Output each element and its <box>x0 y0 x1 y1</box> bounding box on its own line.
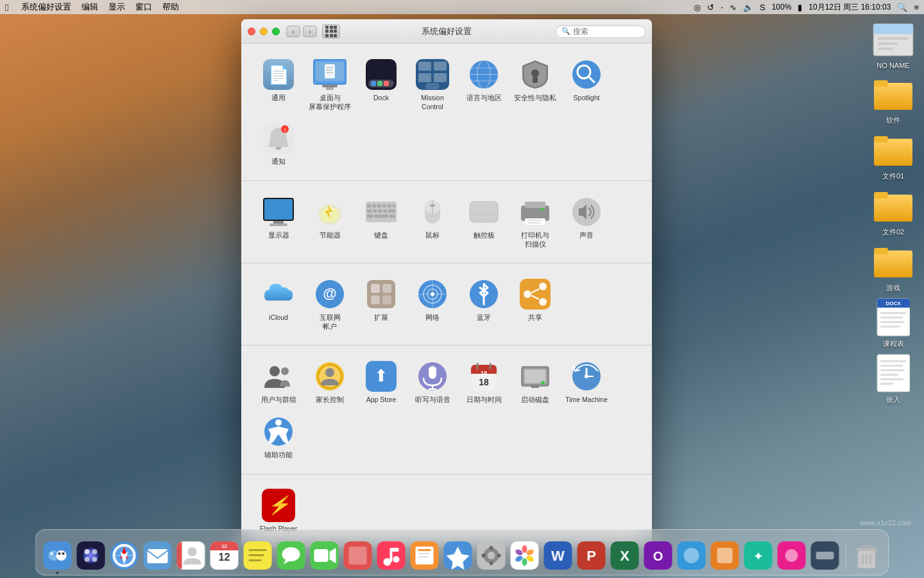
app-name-menu[interactable]: 系统偏好设置 <box>21 1 71 13</box>
help-menu[interactable]: 帮助 <box>162 1 179 13</box>
search-input[interactable] <box>573 27 637 36</box>
desktop-icon-file02[interactable]: 文件02 <box>868 185 919 237</box>
desktop-icon-embed[interactable]: 嵌入 <box>868 353 919 405</box>
pref-general[interactable]: 📄 通用 <box>254 54 303 115</box>
svg-rect-100 <box>527 222 540 223</box>
maximize-button[interactable] <box>272 28 280 35</box>
svg-rect-187 <box>314 549 329 562</box>
dock-notes[interactable] <box>243 540 273 571</box>
desktop-icon-games[interactable]: 游戏 <box>868 241 919 293</box>
minimize-button[interactable] <box>260 28 268 35</box>
pref-energy[interactable]: 节能器 <box>305 191 354 252</box>
dock-app7[interactable] <box>343 540 373 571</box>
dock-syspreferences[interactable] <box>476 540 507 571</box>
dock-ibooks[interactable] <box>409 540 440 571</box>
dock-calendar[interactable]: 12 12 <box>209 540 240 571</box>
dock-onenote[interactable]: O <box>643 540 674 571</box>
pref-desktop[interactable]: 桌面与屏幕保护程序 <box>305 54 354 115</box>
pref-printer[interactable]: 打印机与扫描仪 <box>511 191 560 252</box>
pref-internet[interactable]: @ 互联网帐户 <box>305 274 354 335</box>
pref-datetime[interactable]: 18 18 日期与时间 <box>459 356 508 408</box>
dock-photos[interactable] <box>509 540 540 571</box>
svg-text:✦: ✦ <box>753 549 764 563</box>
pref-security[interactable]: 安全性与隐私 <box>511 54 560 115</box>
time-machine-status-icon[interactable]: ↺ <box>707 3 714 12</box>
grid-view-button[interactable] <box>322 24 340 39</box>
display-menu[interactable]: 显示 <box>108 1 125 13</box>
dock-appstore2[interactable] <box>443 540 474 571</box>
spotlight-label: Spotlight <box>574 94 600 103</box>
pref-notifications[interactable]: ! 通知 <box>254 118 303 170</box>
desktop-icon-noname[interactable]: NO NAME <box>868 19 919 69</box>
svg-rect-233 <box>816 552 834 559</box>
dock-excel[interactable]: X <box>610 540 640 571</box>
desktop-icon-file01[interactable]: 文件01 <box>868 129 919 181</box>
edit-menu[interactable]: 编辑 <box>81 1 98 13</box>
dock-music[interactable] <box>376 540 407 571</box>
siri-icon[interactable]: ◎ <box>694 3 701 12</box>
pref-bluetooth[interactable]: 蓝牙 <box>459 274 508 335</box>
pref-mouse[interactable]: 鼠标 <box>408 191 457 252</box>
svg-rect-12 <box>874 195 912 222</box>
pref-spotlight[interactable]: Spotlight <box>562 54 611 115</box>
pref-keyboard[interactable]: 键盘 <box>357 191 406 252</box>
pref-icloud[interactable]: iCloud <box>254 274 303 335</box>
volume-icon[interactable]: 🔈 <box>743 3 753 12</box>
pref-network[interactable]: 网络 <box>408 274 457 335</box>
pref-parental[interactable]: 家长控制 <box>305 356 354 408</box>
bluetooth-label: 蓝牙 <box>477 313 491 322</box>
battery-icon: ▮ <box>798 3 802 12</box>
pref-dock[interactable]: Dock <box>357 54 406 115</box>
desktop-icon-software[interactable]: 软件 <box>868 73 919 125</box>
back-button[interactable]: ‹ <box>286 26 300 37</box>
dock-launchpad[interactable] <box>76 540 107 571</box>
pref-extensions[interactable]: 扩展 <box>357 274 406 335</box>
pref-users[interactable]: 用户与群组 <box>254 356 303 408</box>
pref-accessibility[interactable]: 辅助功能 <box>254 411 303 464</box>
dock-word[interactable]: W <box>543 540 574 571</box>
bluetooth-icon[interactable]: ⋅ <box>721 3 723 12</box>
timemachine-icon <box>570 360 603 393</box>
pref-sharing[interactable]: 共享 <box>511 274 560 335</box>
svg-rect-198 <box>418 549 431 551</box>
dock-app17[interactable] <box>776 540 807 571</box>
dock-finder[interactable] <box>42 540 73 571</box>
pref-dictation[interactable]: 听写与语音 <box>408 356 457 408</box>
dock-facetime[interactable] <box>309 540 340 571</box>
pref-startup[interactable]: 启动磁盘 <box>511 356 560 408</box>
pref-appstore[interactable]: ⬆ App Store <box>357 356 406 408</box>
dock-trash[interactable] <box>851 540 882 571</box>
svg-rect-81 <box>367 209 372 213</box>
pref-display[interactable]: 显示器 <box>254 191 303 252</box>
dock-app16[interactable]: ✦ <box>743 540 774 571</box>
dock-app15[interactable] <box>710 540 740 571</box>
dock-mail[interactable] <box>142 540 173 571</box>
apple-menu[interactable]:  <box>5 2 8 13</box>
window-menu[interactable]: 窗口 <box>135 1 152 13</box>
pref-sound[interactable]: 声音 <box>562 191 611 252</box>
mission-label: MissionControl <box>421 94 444 111</box>
svg-rect-99 <box>527 220 543 221</box>
pref-trackpad[interactable]: 触控板 <box>459 191 508 252</box>
pref-timemachine[interactable]: Time Machine <box>562 356 611 408</box>
search-box[interactable]: 🔍 <box>556 25 646 38</box>
forward-button[interactable]: › <box>303 26 317 37</box>
dock-app14[interactable] <box>676 540 707 571</box>
desktop-icon-course[interactable]: DOCX 课程表 <box>868 297 919 349</box>
close-button[interactable] <box>248 28 255 35</box>
dock-app18[interactable] <box>810 540 841 571</box>
svg-rect-82 <box>373 209 377 213</box>
dock-powerpoint[interactable]: P <box>576 540 607 571</box>
notification-center-icon[interactable]: ≡ <box>914 3 919 12</box>
pref-language[interactable]: 语言与地区 <box>459 54 508 115</box>
search-status-icon[interactable]: 🔍 <box>897 3 907 12</box>
svg-text:12: 12 <box>219 552 230 563</box>
dock-safari[interactable] <box>109 540 140 571</box>
dock-contacts[interactable] <box>176 540 207 571</box>
svg-rect-180 <box>249 549 267 551</box>
skype-icon[interactable]: S <box>760 3 766 12</box>
wifi-icon[interactable]: ∿ <box>730 3 737 12</box>
svg-text:DOCX: DOCX <box>886 301 901 306</box>
dock-messages[interactable] <box>276 540 307 571</box>
pref-mission[interactable]: MissionControl <box>408 54 457 115</box>
